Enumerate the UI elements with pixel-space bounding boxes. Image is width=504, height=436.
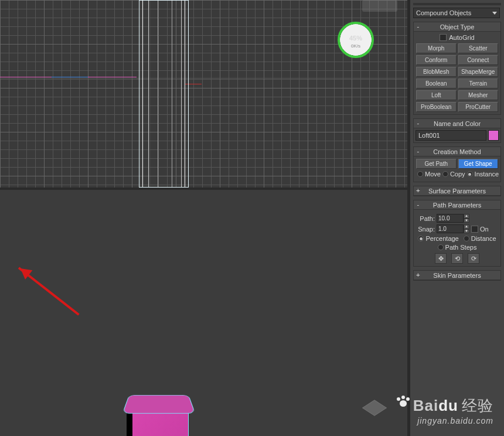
morph-button[interactable]: Morph bbox=[416, 43, 457, 53]
rollout-header[interactable]: - Creation Method bbox=[414, 147, 500, 156]
collapse-icon: - bbox=[416, 148, 420, 155]
rollout-title: Path Parameters bbox=[433, 202, 482, 209]
instance-radio[interactable] bbox=[467, 171, 473, 177]
snap-on-checkbox[interactable] bbox=[471, 226, 478, 233]
rollout-header[interactable]: + Skin Parameters bbox=[414, 271, 500, 280]
dropdown-value: Compound Objects bbox=[416, 9, 471, 16]
copy-radio[interactable] bbox=[442, 171, 448, 177]
rollout-creation-method: - Creation Method Get Path Get Shape Mov… bbox=[413, 147, 501, 182]
next-shape-button[interactable]: ⟳ bbox=[468, 253, 479, 264]
mesher-button[interactable]: Mesher bbox=[458, 90, 499, 100]
expand-icon: + bbox=[416, 187, 420, 195]
pick-shape-button[interactable]: ✥ bbox=[435, 253, 447, 264]
spin-down-icon[interactable]: ▼ bbox=[464, 229, 469, 234]
rollout-title: Surface Parameters bbox=[428, 188, 486, 195]
gauge-value: 45 bbox=[349, 35, 356, 42]
rollout-path-parameters: - Path Parameters Path: ▲▼ Snap: ▲▼ On bbox=[413, 200, 501, 267]
rollout-surface-parameters: + Surface Parameters bbox=[413, 186, 501, 196]
distance-radio[interactable] bbox=[464, 236, 469, 241]
collapse-icon: - bbox=[416, 23, 420, 30]
viewport-front[interactable]: 45% 0K/s bbox=[0, 0, 407, 188]
rollout-title: Object Type bbox=[440, 23, 475, 30]
shapemerge-button[interactable]: ShapeMerge bbox=[458, 67, 499, 77]
viewport-perspective[interactable] bbox=[0, 188, 407, 436]
gauge-sub: 0K/s bbox=[351, 43, 360, 49]
percentage-radio[interactable] bbox=[418, 236, 424, 241]
watermark: Baidu经验 jingyan.baidu.com bbox=[396, 395, 493, 425]
selection-bracket bbox=[139, 0, 189, 188]
snap-label: Snap: bbox=[417, 226, 435, 233]
command-panel: Compound Objects - Object Type AutoGrid … bbox=[410, 0, 504, 436]
rollout-header[interactable]: - Object Type bbox=[414, 22, 500, 32]
loft-object-cap bbox=[122, 395, 195, 414]
get-shape-button[interactable]: Get Shape bbox=[458, 159, 499, 169]
viewcube[interactable] bbox=[362, 0, 397, 12]
color-swatch[interactable] bbox=[488, 130, 499, 141]
on-label: On bbox=[480, 226, 489, 233]
proboolean-button[interactable]: ProBoolean bbox=[416, 102, 457, 112]
rollout-header[interactable]: - Path Parameters bbox=[414, 200, 500, 210]
spin-down-icon[interactable]: ▼ bbox=[464, 219, 469, 223]
expand-icon: + bbox=[416, 271, 420, 279]
path-label: Path: bbox=[417, 215, 435, 222]
category-dropdown[interactable]: Compound Objects bbox=[413, 8, 500, 18]
rollout-name-color: - Name and Color Loft001 bbox=[413, 118, 501, 143]
chevron-down-icon bbox=[492, 12, 497, 17]
autogrid-label: AutoGrid bbox=[449, 34, 474, 41]
rollout-skin-parameters: + Skin Parameters bbox=[413, 270, 501, 281]
path-steps-radio[interactable] bbox=[438, 244, 444, 250]
rollout-object-type: - Object Type AutoGrid MorphScatterConfo… bbox=[413, 22, 501, 115]
loft-button[interactable]: Loft bbox=[416, 90, 457, 100]
rollout-title: Creation Method bbox=[433, 148, 481, 155]
spin-up-icon[interactable]: ▲ bbox=[464, 214, 469, 219]
rollout-title: Name and Color bbox=[434, 120, 481, 127]
spin-up-icon[interactable]: ▲ bbox=[464, 224, 469, 229]
scatter-button[interactable]: Scatter bbox=[458, 43, 499, 53]
connect-button[interactable]: Connect bbox=[458, 55, 499, 65]
path-input[interactable] bbox=[437, 214, 464, 223]
move-radio[interactable] bbox=[417, 171, 423, 177]
procutter-button[interactable]: ProCutter bbox=[458, 102, 499, 112]
paw-icon bbox=[396, 394, 411, 407]
conform-button[interactable]: Conform bbox=[416, 55, 457, 65]
boolean-button[interactable]: Boolean bbox=[416, 79, 457, 88]
rollout-title: Skin Parameters bbox=[433, 272, 481, 279]
snap-input[interactable] bbox=[437, 224, 464, 233]
object-name-input[interactable]: Loft001 bbox=[416, 130, 486, 141]
get-path-button[interactable]: Get Path bbox=[416, 159, 457, 169]
performance-gauge: 45% 0K/s bbox=[338, 22, 374, 58]
shape-edge-blue bbox=[52, 77, 88, 77]
autogrid-checkbox[interactable] bbox=[440, 34, 447, 41]
watermark-url: jingyan.baidu.com bbox=[396, 416, 493, 425]
path-spinner[interactable]: ▲▼ bbox=[437, 214, 469, 223]
collapse-icon: - bbox=[416, 120, 420, 127]
snap-spinner[interactable]: ▲▼ bbox=[437, 224, 469, 233]
viewcube[interactable] bbox=[359, 399, 390, 424]
rollout-header[interactable]: - Name and Color bbox=[414, 119, 500, 128]
terrain-button[interactable]: Terrain bbox=[458, 79, 499, 88]
collapse-icon: - bbox=[416, 201, 420, 209]
blobmesh-button[interactable]: BlobMesh bbox=[416, 67, 457, 77]
axis-line bbox=[0, 78, 407, 79]
prev-shape-button[interactable]: ⟲ bbox=[451, 253, 463, 264]
rollout-header[interactable]: + Surface Parameters bbox=[414, 186, 500, 196]
